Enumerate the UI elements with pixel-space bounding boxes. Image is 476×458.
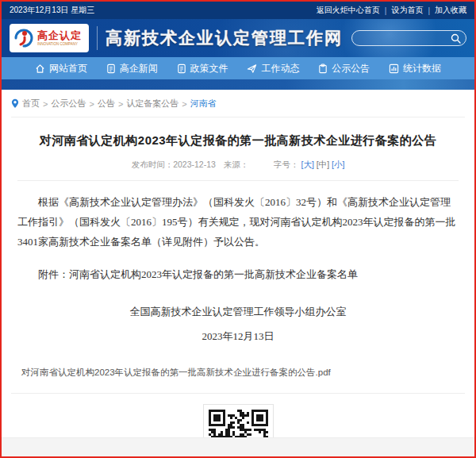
attachment-line: 附件：河南省认定机构2023年认定报备的第一批高新技术企业备案名单 <box>17 264 459 284</box>
fontsize-label: 字号： <box>274 160 299 169</box>
clipboard-icon <box>318 64 328 74</box>
nav-label: 工作动态 <box>261 62 299 75</box>
breadcrumb-item-henan[interactable]: 河南省 <box>190 98 217 110</box>
breadcrumb: 首页 > 公示公告 > 公告 > 认定备案公告 > 河南省 <box>11 90 465 117</box>
search-input[interactable] <box>357 34 451 43</box>
breadcrumb-item-filing-notice[interactable]: 认定备案公告 <box>126 98 178 110</box>
breadcrumb-separator: > <box>43 99 48 109</box>
header-bottom-strip <box>2 79 474 90</box>
news-icon <box>106 64 116 74</box>
breadcrumb-item-home[interactable]: 首页 <box>22 98 40 110</box>
search-box <box>351 30 466 46</box>
nav-label: 高企新闻 <box>120 62 158 75</box>
topbar-link-add-favorite[interactable]: 加入收藏 <box>435 5 466 16</box>
publish-time-label: 发布时间： <box>132 160 174 169</box>
location-pin-icon <box>11 98 19 109</box>
topbar-links: 返回火炬中心首页 | 设为首页 | 加入收藏 <box>317 5 466 16</box>
nav-item-statistics[interactable]: 统计数据 <box>389 62 441 75</box>
search-icon <box>451 33 461 44</box>
nav-label: 统计数据 <box>403 62 441 75</box>
nav-item-announcements[interactable]: 公示公告 <box>318 62 370 75</box>
breadcrumb-item-notice[interactable]: 公告 <box>98 98 115 110</box>
article-paragraph: 根据《高新技术企业认定管理办法》（国科发火〔2016〕32号）和《高新技术企业认… <box>17 192 459 252</box>
signature-organization: 全国高新技术企业认定管理工作领导小组办公室 <box>17 302 459 321</box>
topbar-separator: | <box>385 6 387 15</box>
source-label: 来源： <box>224 160 249 169</box>
font-size-large-button[interactable]: [大] <box>301 160 313 169</box>
breadcrumb-separator: > <box>118 99 123 109</box>
page: 2023年12月13日 星期三 返回火炬中心首页 | 设为首页 | 加入收藏 高… <box>0 0 476 458</box>
logo-text: 高企认定 INNOVATION COMPANY <box>37 30 83 46</box>
font-size-medium-button[interactable]: [中] <box>317 160 329 169</box>
topbar-separator: | <box>428 6 430 15</box>
qr-section: 扫一扫在手机打开当前页 <box>17 404 459 437</box>
policy-icon <box>177 64 186 74</box>
chart-icon <box>389 64 399 74</box>
article-body: 根据《高新技术企业认定管理办法》（国科发火〔2016〕32号）和《高新技术企业认… <box>17 192 459 346</box>
topbar-date: 2023年12月13日 星期三 <box>10 5 94 16</box>
send-icon <box>247 64 257 74</box>
logo-subtitle: INNOVATION COMPANY <box>37 42 78 46</box>
topbar-link-torch-home[interactable]: 返回火炬中心首页 <box>317 5 380 16</box>
nav-item-work[interactable]: 工作动态 <box>247 62 299 75</box>
footer <box>2 437 474 456</box>
article-meta: 发布时间：2023-12-13 来源： 字号： [大] [中] [小] <box>17 160 459 181</box>
site-header: 高企认定 INNOVATION COMPANY 高新技术企业认定管理工作网 <box>2 19 474 57</box>
breadcrumb-item-announcements[interactable]: 公示公告 <box>51 98 86 110</box>
breadcrumb-separator: > <box>182 99 186 109</box>
article-title: 对河南省认定机构2023年认定报备的第一批高新技术企业进行备案的公告 <box>17 133 459 148</box>
home-icon <box>35 64 45 74</box>
header-divider <box>97 26 98 50</box>
nav-item-home[interactable]: 网站首页 <box>35 62 87 75</box>
qr-code <box>203 404 274 437</box>
search-button[interactable] <box>451 33 461 44</box>
attachment-pdf-link[interactable]: 对河南省认定机构2023年认定报备的第一批高新技术企业进行备案的公告.pdf <box>21 367 331 379</box>
nav-label: 网站首页 <box>49 62 87 75</box>
nav-label: 公示公告 <box>332 62 370 75</box>
content-divider <box>11 393 465 394</box>
topbar-link-set-homepage[interactable]: 设为首页 <box>391 5 423 16</box>
nav-item-policy[interactable]: 政策文件 <box>177 62 228 75</box>
logo-title: 高企认定 <box>37 30 83 40</box>
content: 首页 > 公示公告 > 公告 > 认定备案公告 > 河南省 对河南省认定机构20… <box>2 90 474 437</box>
topbar: 2023年12月13日 星期三 返回火炬中心首页 | 设为首页 | 加入收藏 <box>2 2 474 19</box>
nav-item-news[interactable]: 高企新闻 <box>106 62 158 75</box>
site-logo[interactable]: 高企认定 INNOVATION COMPANY <box>10 24 89 52</box>
font-size-small-button[interactable]: [小] <box>332 160 344 169</box>
signature-date: 2023年12月13日 <box>17 326 459 346</box>
logo-icon <box>13 27 35 49</box>
main-nav: 网站首页 高企新闻 政策文件 工作动态 公示公告 统计数据 <box>2 57 474 79</box>
publish-date: 2023-12-13 <box>173 160 216 169</box>
site-title: 高新技术企业认定管理工作网 <box>106 27 343 49</box>
nav-label: 政策文件 <box>190 62 228 75</box>
breadcrumb-separator: > <box>89 99 94 109</box>
